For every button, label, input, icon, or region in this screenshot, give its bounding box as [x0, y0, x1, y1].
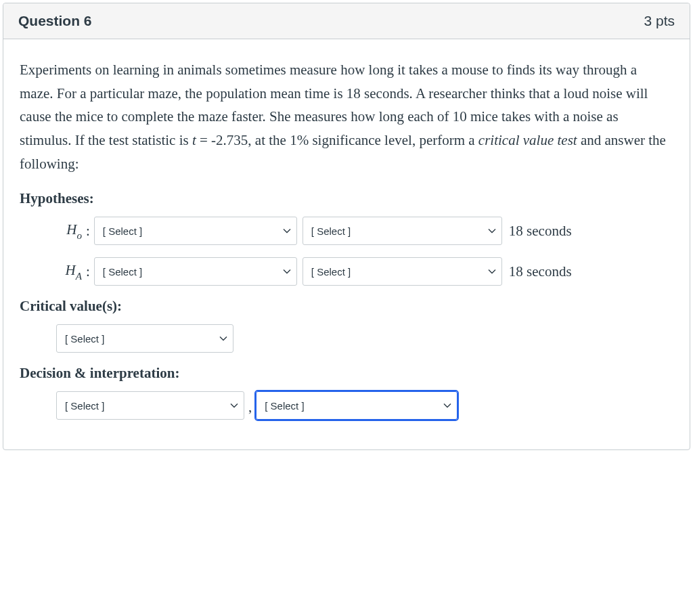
ha-select-2[interactable]: [ Select ] — [303, 257, 502, 286]
question-card: Question 6 3 pts Experiments on learning… — [3, 3, 690, 450]
h0-colon: : — [86, 223, 90, 240]
prompt-t-val: = -2.735, at the 1% significance level, … — [196, 132, 478, 148]
ha-select-2-value: [ Select ] — [311, 266, 351, 278]
critical-select-value: [ Select ] — [65, 333, 104, 345]
h0-row: Ho: [ Select ] [ Select ] 18 seconds — [20, 217, 673, 245]
h0-trail: 18 seconds — [509, 223, 572, 240]
h0-select-1[interactable]: [ Select ] — [94, 217, 297, 245]
decision-select-1-value: [ Select ] — [65, 400, 104, 412]
hypotheses-heading: Hypotheses: — [20, 190, 673, 207]
chevron-down-icon — [488, 227, 496, 235]
h0-sub: o — [76, 230, 82, 241]
h0-select-1-value: [ Select ] — [103, 225, 142, 237]
ha-colon: : — [86, 263, 90, 280]
ha-trail: 18 seconds — [509, 263, 572, 280]
decision-comma: , — [248, 399, 252, 420]
question-points: 3 pts — [644, 13, 675, 29]
ha-select-1[interactable]: [ Select ] — [94, 257, 297, 286]
decision-heading: Decision & interpretation: — [20, 365, 673, 382]
question-body: Experiments on learning in animals somet… — [3, 39, 690, 449]
critical-select[interactable]: [ Select ] — [56, 324, 233, 353]
decision-select-1[interactable]: [ Select ] — [56, 391, 244, 420]
critical-row: [ Select ] — [20, 324, 673, 353]
question-prompt: Experiments on learning in animals somet… — [20, 58, 673, 175]
ha-row: HA: [ Select ] [ Select ] 18 seconds — [20, 257, 673, 286]
critical-heading: Critical value(s): — [20, 298, 673, 315]
chevron-down-icon — [488, 267, 496, 276]
question-header: Question 6 3 pts — [3, 3, 690, 39]
ha-label: HA — [56, 262, 82, 281]
h0-select-2[interactable]: [ Select ] — [303, 217, 502, 245]
h0-label: Ho — [56, 221, 82, 240]
critical-value-em: critical value test — [478, 132, 577, 148]
ha-h: H — [66, 262, 76, 278]
h0-h: H — [66, 221, 76, 238]
decision-select-2-value: [ Select ] — [265, 400, 304, 412]
question-title: Question 6 — [18, 13, 92, 29]
decision-row: [ Select ] , [ Select ] — [20, 391, 673, 420]
decision-select-2[interactable]: [ Select ] — [256, 391, 457, 420]
chevron-down-icon — [230, 401, 238, 410]
chevron-down-icon — [219, 334, 227, 343]
chevron-down-icon — [443, 401, 451, 410]
h0-select-2-value: [ Select ] — [311, 225, 351, 237]
chevron-down-icon — [283, 227, 291, 235]
ha-sub: A — [76, 271, 82, 282]
ha-select-1-value: [ Select ] — [103, 266, 142, 278]
chevron-down-icon — [283, 267, 291, 276]
